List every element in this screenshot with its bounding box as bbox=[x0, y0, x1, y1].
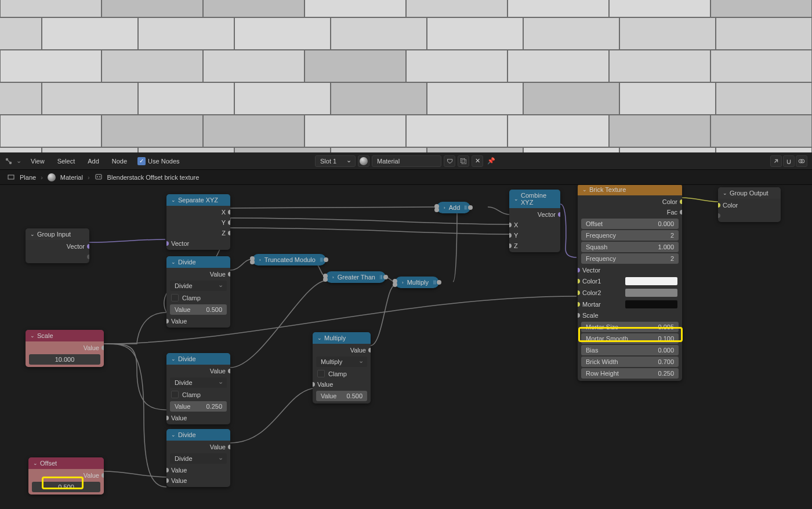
socket-color-in[interactable]: Color bbox=[718, 200, 781, 210]
snap-icon[interactable] bbox=[783, 155, 795, 167]
node-multiply[interactable]: ⌄Multiply Value Multiply Clamp Value Val… bbox=[313, 332, 371, 403]
socket-vector-in[interactable]: Vector bbox=[578, 265, 682, 275]
socket-x-in[interactable]: X bbox=[509, 220, 560, 230]
node-header[interactable]: ⌄Divide bbox=[166, 256, 230, 268]
node-multiply-mini[interactable]: ›Multiply bbox=[395, 277, 439, 288]
operation-dropdown[interactable]: Divide bbox=[170, 281, 227, 291]
socket-value-out[interactable]: Value bbox=[28, 470, 104, 481]
node-editor-canvas[interactable]: ⌄Group Input Vector ⌄Separate XYZ X Y Z … bbox=[0, 185, 812, 509]
use-nodes-toggle[interactable]: Use Nodes bbox=[137, 157, 179, 165]
node-header[interactable]: ⌄Multiply bbox=[313, 332, 371, 344]
socket-color-out[interactable]: Color bbox=[578, 197, 682, 207]
frequency2-field[interactable]: Frequency2 bbox=[581, 253, 679, 264]
node-greater-than[interactable]: ›Greater Than bbox=[325, 271, 386, 283]
socket-z-in[interactable]: Z bbox=[509, 241, 560, 251]
socket-value-in-2[interactable]: Value bbox=[166, 475, 230, 486]
menu-node[interactable]: Node bbox=[106, 155, 133, 167]
socket-blank-out[interactable] bbox=[26, 252, 89, 262]
operation-dropdown[interactable]: Multiply bbox=[316, 357, 367, 367]
socket-fac-out[interactable]: Fac bbox=[578, 207, 682, 217]
socket-scale-in[interactable]: Scale bbox=[578, 310, 682, 321]
socket-z-out[interactable]: Z bbox=[166, 228, 230, 238]
slot-selector[interactable]: Slot 1 bbox=[315, 155, 356, 167]
socket-vector-out[interactable]: Vector bbox=[26, 241, 89, 252]
value-field[interactable]: Value0.500 bbox=[316, 391, 367, 401]
operation-dropdown[interactable]: Divide bbox=[170, 377, 227, 388]
socket-value-out[interactable]: Value bbox=[166, 366, 230, 376]
menu-view[interactable]: View bbox=[25, 155, 50, 167]
node-divide-2[interactable]: ⌄Divide Value Divide Clamp Value0.250 Va… bbox=[166, 353, 230, 424]
bc-material[interactable]: Material bbox=[60, 174, 83, 181]
node-truncated-modulo[interactable]: ›Truncated Modulo bbox=[252, 254, 326, 266]
bias-field[interactable]: Bias0.000 bbox=[581, 345, 679, 355]
value-field[interactable]: Value0.500 bbox=[170, 304, 227, 315]
node-header[interactable]: ⌄Divide bbox=[166, 429, 230, 441]
operation-dropdown[interactable]: Divide bbox=[170, 453, 227, 464]
node-combine-xyz[interactable]: ⌄Combine XYZ Vector X Y Z bbox=[509, 190, 560, 252]
socket-blank-in[interactable] bbox=[718, 210, 781, 221]
mortar-field[interactable]: Mortar bbox=[578, 299, 682, 310]
node-header[interactable]: ⌄Divide bbox=[166, 353, 230, 365]
squash-field[interactable]: Squash1.000 bbox=[581, 242, 679, 252]
socket-value-out[interactable]: Value bbox=[26, 343, 104, 353]
material-name-field[interactable]: Material bbox=[372, 155, 441, 167]
material-ball-icon bbox=[48, 173, 56, 181]
node-header[interactable]: ⌄Separate XYZ bbox=[166, 194, 230, 206]
node-header[interactable]: ⌄Brick Texture bbox=[578, 185, 682, 195]
socket-y-out[interactable]: Y bbox=[166, 217, 230, 228]
bc-plane[interactable]: Plane bbox=[20, 174, 36, 181]
socket-x-out[interactable]: X bbox=[166, 207, 230, 217]
menu-select[interactable]: Select bbox=[52, 155, 81, 167]
node-group-input[interactable]: ⌄Group Input Vector bbox=[26, 228, 89, 263]
frequency-field[interactable]: Frequency2 bbox=[581, 230, 679, 241]
socket-vector-in[interactable]: Vector bbox=[166, 238, 230, 249]
node-header[interactable]: ⌄Combine XYZ bbox=[509, 190, 560, 208]
color1-field[interactable]: Color1 bbox=[578, 275, 682, 287]
color2-field[interactable]: Color2 bbox=[578, 287, 682, 299]
socket-value-in-1[interactable]: Value bbox=[166, 465, 230, 475]
checkbox-icon bbox=[137, 157, 146, 165]
socket-value-in[interactable]: Value bbox=[166, 316, 230, 326]
node-header[interactable]: ⌄Group Input bbox=[26, 228, 89, 240]
row-height-field[interactable]: Row Height0.250 bbox=[581, 368, 679, 379]
brick-width-field[interactable]: Brick Width0.700 bbox=[581, 357, 679, 367]
duplicate-icon[interactable]: ⿻ bbox=[458, 155, 469, 167]
offset-field[interactable]: Offset0.000 bbox=[581, 219, 679, 229]
node-brick-texture[interactable]: ⌄Brick Texture Color Fac Offset0.000 Fre… bbox=[578, 185, 682, 381]
value-field[interactable]: 10.000 bbox=[29, 354, 100, 365]
node-header[interactable]: ⌄Group Output bbox=[718, 187, 781, 199]
mortar-size-field[interactable]: Mortar Size0.005 bbox=[581, 322, 679, 332]
unlink-icon[interactable]: ✕ bbox=[472, 155, 483, 167]
socket-vector-out[interactable]: Vector bbox=[509, 209, 560, 220]
node-header[interactable]: ⌄Offset bbox=[28, 457, 104, 469]
menu-add[interactable]: Add bbox=[82, 155, 105, 167]
node-group-output[interactable]: ⌄Group Output Color bbox=[718, 187, 781, 222]
node-divide-1[interactable]: ⌄Divide Value Divide Clamp Value0.500 Va… bbox=[166, 256, 230, 328]
node-separate-xyz[interactable]: ⌄Separate XYZ X Y Z Vector bbox=[166, 194, 230, 250]
parent-group-icon[interactable] bbox=[770, 155, 782, 167]
mortar-smooth-field[interactable]: Mortar Smooth0.100 bbox=[581, 333, 679, 344]
node-scale[interactable]: ⌄Scale Value 10.000 bbox=[26, 330, 104, 367]
use-nodes-label: Use Nodes bbox=[148, 158, 179, 165]
node-offset[interactable]: ⌄Offset Value 0.500 bbox=[28, 457, 104, 495]
socket-value-in[interactable]: Value bbox=[166, 413, 230, 423]
node-divide-3[interactable]: ⌄Divide Value Divide Value Value bbox=[166, 429, 230, 487]
browse-material-icon[interactable] bbox=[358, 155, 369, 167]
socket-y-in[interactable]: Y bbox=[509, 230, 560, 241]
pin-icon[interactable]: 📌 bbox=[485, 155, 497, 167]
clamp-checkbox[interactable]: Clamp bbox=[166, 292, 230, 303]
value-field[interactable]: 0.500 bbox=[32, 482, 100, 492]
fake-user-icon[interactable]: 🛡 bbox=[444, 155, 455, 167]
node-header[interactable]: ⌄Scale bbox=[26, 330, 104, 341]
bc-group[interactable]: Blenderstack Offset brick texture bbox=[107, 174, 200, 181]
editor-type-icon[interactable] bbox=[5, 157, 13, 165]
socket-value-out[interactable]: Value bbox=[166, 442, 230, 452]
socket-value-out[interactable]: Value bbox=[313, 345, 371, 355]
clamp-checkbox[interactable]: Clamp bbox=[166, 389, 230, 400]
value-field[interactable]: Value0.250 bbox=[170, 401, 227, 412]
socket-value-in[interactable]: Value bbox=[313, 379, 371, 390]
clamp-checkbox[interactable]: Clamp bbox=[313, 368, 371, 379]
node-add[interactable]: ›Add bbox=[437, 202, 470, 213]
overlay-icon[interactable] bbox=[796, 155, 807, 167]
socket-value-out[interactable]: Value bbox=[166, 269, 230, 279]
